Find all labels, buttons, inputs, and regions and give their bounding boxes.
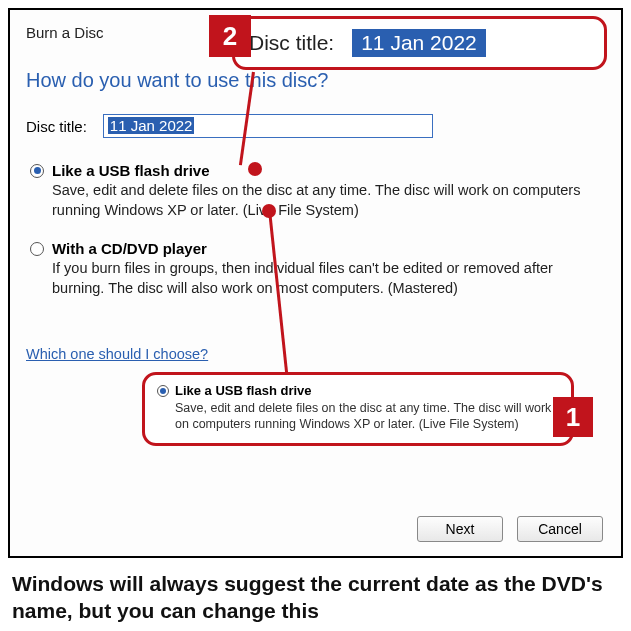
dialog-heading: How do you want to use this disc? — [26, 69, 605, 92]
callout-2-label: Disc title: — [249, 31, 334, 55]
option-cddvd-desc: If you burn files in groups, then indivi… — [52, 259, 592, 298]
callout-2-dot — [248, 162, 262, 176]
callout-1-radio — [157, 385, 169, 397]
callout-1-label: Like a USB flash drive — [175, 383, 312, 398]
disc-title-label: Disc title: — [26, 118, 87, 135]
option-usb-label: Like a USB flash drive — [52, 162, 210, 179]
callout-2-value: 11 Jan 2022 — [352, 29, 486, 57]
option-usb-desc: Save, edit and delete files on the disc … — [52, 181, 592, 220]
next-button[interactable]: Next — [417, 516, 503, 542]
callout-1: Like a USB flash drive Save, edit and de… — [142, 372, 574, 446]
option-cddvd[interactable]: With a CD/DVD player If you burn files i… — [26, 240, 605, 298]
disc-title-row: Disc title: 11 Jan 2022 — [26, 114, 605, 138]
dialog-buttons: Next Cancel — [417, 516, 603, 542]
which-one-link[interactable]: Which one should I choose? — [26, 346, 208, 362]
callout-2-badge: 2 — [209, 15, 251, 57]
callout-2: 2 Disc title: 11 Jan 2022 — [232, 16, 607, 70]
option-usb[interactable]: Like a USB flash drive Save, edit and de… — [26, 162, 605, 220]
callout-1-desc: Save, edit and delete files on the disc … — [175, 400, 559, 433]
radio-cddvd[interactable] — [30, 242, 44, 256]
radio-usb[interactable] — [30, 164, 44, 178]
callout-1-badge: 1 — [553, 397, 593, 437]
burn-disc-dialog: Burn a Disc How do you want to use this … — [8, 8, 623, 558]
callout-1-dot — [262, 204, 276, 218]
disc-title-value: 11 Jan 2022 — [108, 117, 195, 134]
cancel-button[interactable]: Cancel — [517, 516, 603, 542]
disc-title-input[interactable]: 11 Jan 2022 — [103, 114, 433, 138]
option-cddvd-label: With a CD/DVD player — [52, 240, 207, 257]
figure-caption: Windows will always suggest the current … — [8, 570, 623, 625]
